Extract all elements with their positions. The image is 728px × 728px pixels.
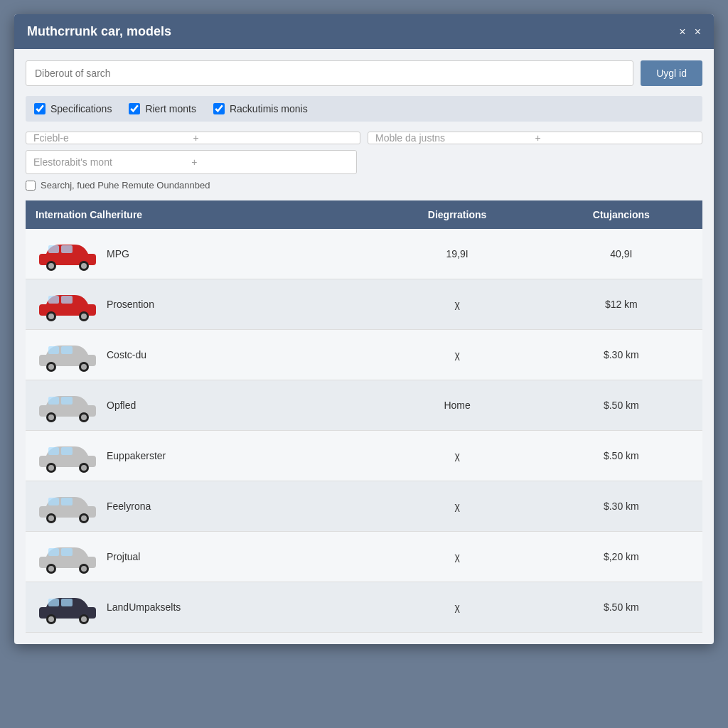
svg-rect-48 bbox=[48, 548, 59, 556]
checkbox-specifications-label: Specifications bbox=[50, 103, 112, 114]
svg-rect-55 bbox=[48, 599, 59, 606]
car-col2-0: 19,9I bbox=[374, 229, 540, 279]
car-cell-3: Opfled bbox=[26, 380, 374, 431]
col-header-1: Diegrrations bbox=[374, 200, 540, 229]
remote-search-label: Searchj, fued Puhe Remute Oundannbed bbox=[41, 180, 210, 191]
car-col3-6: $,20 km bbox=[540, 532, 702, 582]
modal-body: Uygl id Specifications Riert monts Racku… bbox=[14, 49, 714, 644]
car-col3-2: $.30 km bbox=[540, 330, 702, 380]
modal-window: Muthcrrunk car, models × × Uygl id Speci… bbox=[14, 14, 714, 644]
svg-point-51 bbox=[48, 616, 54, 622]
svg-rect-40 bbox=[61, 498, 73, 505]
filter-box-1[interactable]: Fciebl-e + bbox=[26, 132, 360, 144]
search-button[interactable]: Uygl id bbox=[641, 60, 702, 86]
checkbox-riert-monts[interactable]: Riert monts bbox=[129, 103, 196, 114]
car-name-5: Feelyrona bbox=[107, 500, 151, 512]
svg-point-16 bbox=[48, 364, 54, 370]
car-cell-5: Feelyrona bbox=[26, 481, 374, 532]
table-row[interactable]: Feelyrona χ$.30 km bbox=[26, 481, 702, 532]
filters-row-2: Elestorabit's mont + bbox=[26, 150, 702, 174]
svg-point-9 bbox=[48, 314, 54, 319]
filter-box-2[interactable]: Moble da justns + bbox=[368, 132, 702, 144]
svg-rect-13 bbox=[48, 296, 59, 304]
table-row[interactable]: Prosention χ$12 km bbox=[26, 279, 702, 330]
car-col2-5: χ bbox=[374, 481, 540, 532]
table-row[interactable]: Costc-du χ$.30 km bbox=[26, 330, 702, 380]
svg-point-39 bbox=[81, 515, 87, 521]
svg-rect-12 bbox=[61, 296, 73, 304]
car-col3-3: $.50 km bbox=[540, 380, 702, 431]
svg-rect-19 bbox=[61, 346, 73, 354]
car-col3-7: $.50 km bbox=[540, 582, 702, 633]
car-col2-7: χ bbox=[374, 582, 540, 633]
svg-point-4 bbox=[81, 263, 87, 269]
car-name-6: Projtual bbox=[107, 551, 140, 562]
checkbox-riert-monts-label: Riert monts bbox=[145, 103, 196, 114]
table-row[interactable]: Projtual χ$,20 km bbox=[26, 532, 702, 582]
filter-box-3[interactable]: Elestorabit's mont + bbox=[26, 150, 357, 174]
car-name-1: Prosention bbox=[107, 299, 154, 310]
filter-plus-1[interactable]: + bbox=[193, 133, 353, 143]
table-row[interactable]: Euppakerster χ$.50 km bbox=[26, 431, 702, 481]
table-header-row: Internation Calheriture Diegrrations Ctu… bbox=[26, 200, 702, 229]
car-col3-4: $.50 km bbox=[540, 431, 702, 481]
car-name-4: Euppakerster bbox=[107, 450, 166, 461]
table-row[interactable]: MPG 19,9I40,9I bbox=[26, 229, 702, 279]
car-cell-4: Euppakerster bbox=[26, 431, 374, 481]
modal-header: Muthcrrunk car, models × × bbox=[14, 14, 714, 49]
car-cell-1: Prosention bbox=[26, 279, 374, 330]
filter-box-3-label: Elestorabit's mont bbox=[33, 156, 191, 168]
close-icon[interactable]: × bbox=[695, 26, 701, 38]
svg-point-2 bbox=[48, 263, 54, 269]
minimize-icon[interactable]: × bbox=[679, 26, 685, 38]
remote-search-row: Searchj, fued Puhe Remute Oundannbed bbox=[26, 180, 702, 191]
car-image-name-group: Projtual bbox=[36, 539, 364, 574]
car-image-name-group: Feelyrona bbox=[36, 488, 364, 524]
car-name-0: MPG bbox=[107, 248, 129, 259]
car-col3-5: $.30 km bbox=[540, 481, 702, 532]
car-cell-2: Costc-du bbox=[26, 330, 374, 380]
checkbox-specifications[interactable]: Specifications bbox=[34, 103, 112, 114]
checkboxes-row: Specifications Riert monts Rackutimis mo… bbox=[26, 96, 702, 122]
svg-point-25 bbox=[81, 414, 87, 420]
car-col3-0: 40,9I bbox=[540, 229, 702, 279]
svg-point-44 bbox=[48, 566, 54, 572]
table-row[interactable]: LandUmpakselts χ$.50 km bbox=[26, 582, 702, 633]
car-name-3: Opfled bbox=[107, 400, 136, 411]
search-input[interactable] bbox=[26, 60, 633, 86]
filter-plus-2[interactable]: + bbox=[535, 133, 695, 143]
svg-rect-47 bbox=[61, 548, 73, 556]
svg-rect-20 bbox=[48, 346, 59, 354]
svg-rect-5 bbox=[61, 245, 73, 253]
svg-rect-41 bbox=[48, 498, 59, 505]
car-image-name-group: Prosention bbox=[36, 287, 364, 322]
filter-box-1-label: Fciebl-e bbox=[33, 132, 193, 144]
car-cell-0: MPG bbox=[26, 229, 374, 279]
svg-point-53 bbox=[81, 616, 87, 622]
checkbox-rackutimis-monis[interactable]: Rackutimis monis bbox=[213, 103, 308, 114]
svg-rect-26 bbox=[61, 397, 73, 405]
car-image-name-group: Opfled bbox=[36, 387, 364, 423]
table-row[interactable]: Opfled Home$.50 km bbox=[26, 380, 702, 431]
col-header-2: Ctujancions bbox=[540, 200, 702, 229]
checkbox-rackutimis-monis-label: Rackutimis monis bbox=[230, 103, 308, 114]
svg-rect-33 bbox=[61, 447, 73, 455]
filters-row-1: Fciebl-e + Moble da justns + bbox=[26, 132, 702, 144]
car-col2-2: χ bbox=[374, 330, 540, 380]
car-col2-4: χ bbox=[374, 431, 540, 481]
svg-rect-27 bbox=[48, 397, 59, 405]
svg-rect-34 bbox=[48, 447, 59, 455]
car-image-name-group: Costc-du bbox=[36, 337, 364, 373]
car-col2-1: χ bbox=[374, 279, 540, 330]
car-cell-6: Projtual bbox=[26, 532, 374, 582]
remote-search-checkbox[interactable] bbox=[26, 181, 36, 191]
svg-point-46 bbox=[81, 566, 87, 572]
car-name-7: LandUmpakselts bbox=[107, 601, 181, 613]
svg-point-32 bbox=[81, 465, 87, 471]
col-header-0: Internation Calheriture bbox=[26, 200, 374, 229]
modal-title: Muthcrrunk car, models bbox=[27, 24, 171, 39]
svg-rect-6 bbox=[48, 245, 59, 253]
filter-plus-3[interactable]: + bbox=[191, 157, 349, 167]
header-actions: × × bbox=[679, 26, 701, 38]
car-col3-1: $12 km bbox=[540, 279, 702, 330]
